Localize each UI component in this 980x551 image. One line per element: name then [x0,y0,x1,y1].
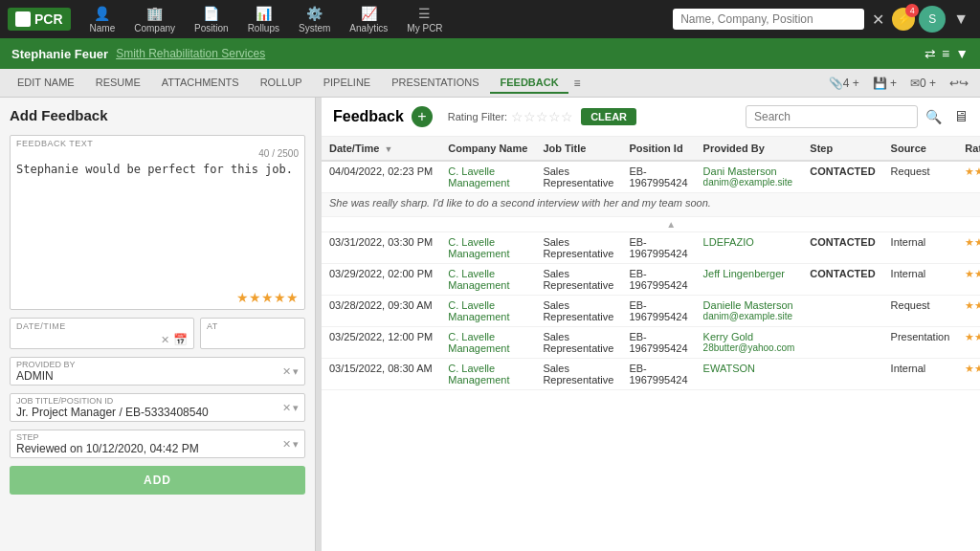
cell-provided: Kerry Gold 28butter@yahoo.com [696,327,803,359]
col-datetime[interactable]: Date/Time ▼ [322,137,440,161]
sub-nav-menu-btn[interactable]: ≡ [570,75,585,92]
provided-name: EWATSON [703,363,795,374]
table-row[interactable]: 03/15/2022, 08:30 AM C. Lavelle Manageme… [322,359,980,390]
message-count-btn[interactable]: ✉0 + [906,75,940,92]
right-panel: Feedback + Rating Filter: ☆☆☆☆☆ CLEAR 🔍 … [322,98,980,551]
monitor-icon[interactable]: 🖥 [953,108,969,125]
feedback-text-label: FEEDBACK TEXT [11,136,304,148]
collapse-arrow[interactable]: ▲ [322,217,980,232]
nav-item-system[interactable]: ⚙️ System [291,4,338,35]
feedback-text-section: FEEDBACK TEXT 40 / 2500 Stephanie would … [10,135,305,310]
time-input[interactable]: 11:30 AM [205,333,316,346]
nav-item-analytics[interactable]: 📈 Analytics [342,4,395,35]
name-icon: 👤 [94,6,110,21]
avatar[interactable]: S [919,6,946,33]
add-feedback-btn[interactable]: + [412,106,433,127]
feedback-star-rating[interactable]: ★★★★★ [11,286,304,309]
cell-jobtitle: Sales Representative [535,359,621,390]
date-input[interactable]: April 11, 2022 [14,333,159,346]
provided-email: 28butter@yahoo.com [703,342,795,353]
add-button[interactable]: ADD [10,466,305,495]
attachment-count-btn[interactable]: 📎4 + [825,75,863,92]
cell-rating: ★★★★★ [957,296,980,327]
job-title-dropdown-btn[interactable]: ▾ [293,402,299,414]
col-rating[interactable]: Rating [957,137,980,161]
tab-feedback[interactable]: FEEDBACK [490,73,568,94]
cell-step [802,327,882,359]
col-jobtitle[interactable]: Job Title [535,137,621,161]
col-providedby[interactable]: Provided By [696,137,803,161]
cell-provided: Jeff Lingenberger [696,264,803,296]
save-btn[interactable]: 💾 + [869,75,901,92]
search-icon[interactable]: 🔍 [925,109,942,124]
nav-item-rollups[interactable]: 📊 Rollups [240,4,287,35]
provided-name: Jeff Lingenberger [703,268,795,279]
clear-filter-btn[interactable]: CLEAR [581,108,636,125]
provided-by-actions: ✕ ▾ [282,365,299,378]
tab-pipeline[interactable]: PIPELINE [314,73,381,94]
collapse-row[interactable]: ▲ [322,217,980,232]
history-btn[interactable]: ↩↪ [946,75,972,92]
tab-edit-name[interactable]: EDIT NAME [8,73,84,94]
logo-square [15,11,31,27]
breadcrumb-actions: ⇄ ≡ ▼ [924,46,969,61]
cell-company: C. Lavelle Management [440,296,535,327]
logo-text: PCR [34,11,63,27]
tab-resume[interactable]: RESUME [86,73,150,94]
global-search-input[interactable] [673,9,864,30]
search-clear-btn[interactable]: ✕ [868,7,888,33]
col-source[interactable]: Source [883,137,958,161]
job-title-label: JOB TITLE/POSITION ID [16,396,282,406]
top-nav: PCR 👤 Name 🏢 Company 📄 Position 📊 Rollup… [0,0,980,38]
feedback-textarea[interactable]: Stephanie would be perfect for this job. [11,159,304,283]
col-step[interactable]: Step [802,137,882,161]
table-row[interactable]: 03/25/2022, 12:00 PM C. Lavelle Manageme… [322,327,980,359]
tab-attachments[interactable]: ATTACHMENTS [152,73,249,94]
provided-clear-btn[interactable]: ✕ [282,365,291,378]
tab-presentations[interactable]: PRESENTATIONS [382,73,488,94]
breadcrumb-company[interactable]: Smith Rehabilitation Services [116,47,265,60]
step-actions: ✕ ▾ [282,438,299,451]
date-field: DATE/TIME April 11, 2022 ✕ 📅 [10,318,194,349]
date-label: DATE/TIME [11,319,193,331]
col-positionid[interactable]: Position Id [621,137,695,161]
col-company[interactable]: Company Name [440,137,535,161]
feedback-search-input[interactable] [746,105,918,128]
rating-filter-label: Rating Filter: [448,111,507,122]
table-row[interactable]: 03/29/2022, 02:00 PM C. Lavelle Manageme… [322,264,980,296]
bolt-badge: 4 [905,4,919,17]
cell-positionid: EB-1967995424 [621,232,695,264]
cell-source: Internal [883,232,958,264]
nav-item-mypcr[interactable]: ☰ My PCR [399,4,450,35]
cell-date: 03/31/2022, 03:30 PM [322,232,440,264]
cell-rating: ★★★★★ [957,327,980,359]
nav-extra-btn[interactable]: ▼ [949,7,972,32]
tab-rollup[interactable]: ROLLUP [251,73,312,94]
analytics-icon: 📈 [361,6,377,21]
stars-display: ★★★★★ [236,290,299,305]
cell-jobtitle: Sales Representative [535,327,621,359]
bolt-icon[interactable]: ⚡ 4 [892,8,915,31]
step-label: STEP [16,432,282,442]
breadcrumb-swap-btn[interactable]: ⇄ [924,46,936,61]
table-row[interactable]: 03/28/2022, 09:30 AM C. Lavelle Manageme… [322,296,980,327]
cell-positionid: EB-1967995424 [621,359,695,390]
nav-item-company[interactable]: 🏢 Company [126,4,183,35]
nav-item-name[interactable]: 👤 Name [82,4,123,35]
date-clear-btn[interactable]: ✕ [159,334,171,346]
table-row[interactable]: 03/31/2022, 03:30 PM C. Lavelle Manageme… [322,232,980,264]
expand-text: She was really sharp. I'd like to do a s… [322,193,980,217]
table-row[interactable]: 04/04/2022, 02:23 PM C. Lavelle Manageme… [322,161,980,193]
right-header: Feedback + Rating Filter: ☆☆☆☆☆ CLEAR 🔍 … [322,98,980,137]
breadcrumb-arrow-btn[interactable]: ▼ [955,46,969,61]
provided-dropdown-btn[interactable]: ▾ [293,365,299,378]
nav-item-position[interactable]: 📄 Position [187,4,236,35]
step-clear-btn[interactable]: ✕ [282,438,291,451]
calendar-icon[interactable]: 📅 [171,333,189,346]
job-title-clear-btn[interactable]: ✕ [282,402,291,414]
filter-stars[interactable]: ☆☆☆☆☆ [511,109,573,124]
step-dropdown-btn[interactable]: ▾ [293,438,299,451]
provided-by-field: PROVIDED BY ADMIN ✕ ▾ [10,357,305,386]
breadcrumb-menu-btn[interactable]: ≡ [942,46,949,61]
cell-source: Request [883,296,958,327]
